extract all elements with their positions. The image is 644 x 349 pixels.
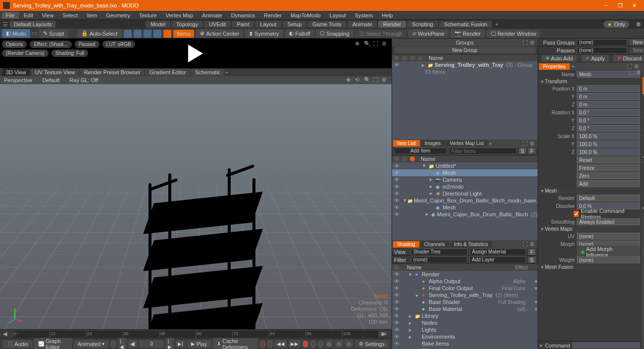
shader-row[interactable]: 👁▸Serving_Trolley_with_Tray(2) (Item) [392, 292, 538, 299]
assign-material-button[interactable]: Assign Material [470, 249, 527, 255]
menu-layout[interactable]: Layout [326, 12, 350, 19]
view-projection[interactable]: Perspective [4, 77, 32, 83]
vp-zoom-icon[interactable]: 🔍 [364, 77, 371, 84]
auto-select-button[interactable]: 🔒 Auto-Select [77, 29, 122, 38]
menu-render[interactable]: Render [260, 12, 286, 19]
preview-paused[interactable]: Paused [75, 41, 99, 48]
passes-dropdown[interactable]: (none) [577, 47, 627, 54]
menu-edit[interactable]: Edit [20, 12, 37, 19]
ecr-checkbox[interactable]: ✔ [574, 211, 579, 217]
shader-row[interactable]: 👁Base Material(all)▾ [392, 305, 538, 312]
k3-icon[interactable]: ◇ [345, 340, 353, 348]
audio-button[interactable]: 🎵 Audio [3, 340, 32, 348]
menu-maptomodo[interactable]: MapToModo [287, 12, 325, 19]
tl-end-icon[interactable]: ▶ [382, 331, 389, 338]
item-row[interactable]: 👁▸m2modo [392, 183, 538, 190]
vp-pan-icon[interactable]: ✥ [346, 77, 353, 84]
props-expand-icon[interactable]: ⛶ [627, 63, 633, 69]
maximize-button[interactable]: ❐ [613, 0, 627, 11]
passes-new-button[interactable]: New [629, 47, 644, 53]
sculpt-mode-button[interactable]: ✎ Sculpt [39, 29, 68, 38]
scl-z-input[interactable]: 100.0 % [577, 149, 640, 155]
view-shade[interactable]: Default [42, 77, 59, 83]
item-row[interactable]: 👁▸Camera [392, 176, 538, 183]
auto-add-button[interactable]: Auto Add [542, 55, 577, 62]
layout-tab-animate[interactable]: Animate [347, 21, 377, 28]
items-gear-icon[interactable]: ⚙ [530, 141, 536, 147]
preview-effect[interactable]: Effect: (Shadi... [30, 41, 71, 48]
vp-gear-icon[interactable]: ⚙ [382, 77, 389, 84]
axis-widget-icon[interactable] [5, 304, 25, 324]
menu-file[interactable]: File [2, 12, 19, 19]
shader-row[interactable]: 👁▸Nodes [392, 319, 538, 326]
rec1-icon[interactable] [260, 341, 265, 348]
action-center-button[interactable]: ⊕ Action Center [196, 29, 243, 38]
shader-row[interactable]: 👁FX [392, 347, 538, 349]
rot-x-input[interactable]: 0.0 ° [577, 109, 640, 116]
shader-row[interactable]: 👁▾Render [392, 271, 538, 278]
select-through-button[interactable]: ◫ Select Through [355, 29, 406, 38]
shade-s-icon[interactable]: S [528, 257, 536, 263]
next-frame-button[interactable]: |▶ [166, 338, 174, 349]
layout-tab-paint[interactable]: Paint [232, 21, 254, 28]
filter-f-icon[interactable]: F [528, 148, 536, 154]
shader-view-dropdown[interactable]: Shader Tree [411, 249, 468, 255]
shader-filter-dropdown[interactable]: (none) [411, 256, 467, 263]
first-frame-button[interactable]: |◀ [118, 338, 126, 349]
last-frame-button[interactable]: ▶| [176, 340, 185, 348]
layout-tab-model[interactable]: Model [146, 21, 170, 28]
items-button[interactable]: Items [173, 30, 195, 38]
menu-view[interactable]: View [38, 12, 58, 19]
reset-button[interactable]: Reset [577, 156, 640, 163]
shader-row[interactable]: 👁▸Library [392, 312, 538, 319]
current-frame[interactable]: 0 [139, 340, 164, 348]
add-layer-dropdown[interactable]: Add Layer [469, 256, 526, 263]
layout-tab-topology[interactable]: Topology [171, 21, 203, 28]
opts-icon[interactable]: ⚙ [382, 41, 389, 48]
apply-button[interactable]: Apply [582, 55, 609, 62]
shader-row[interactable]: 👁Alpha OutputAlpha▾ [392, 278, 538, 285]
pos-z-input[interactable]: 0 m [577, 101, 640, 108]
discard-button[interactable]: Discard [613, 55, 644, 62]
falloff-button[interactable]: ◐ Falloff [285, 29, 314, 38]
weight-dropdown[interactable]: (none) [577, 256, 640, 263]
workplane-button[interactable]: ▱ WorkPlane [408, 29, 448, 38]
graph-editor-button[interactable]: 📈 Graph Editor [34, 337, 72, 349]
render-window-button[interactable]: 🖵 Render Window [487, 30, 540, 38]
items-expand-icon[interactable]: ⛶ [522, 141, 528, 147]
item-row[interactable]: 👁▾Untitled* [392, 162, 538, 169]
c1-icon[interactable] [310, 341, 316, 348]
shader-row[interactable]: 👁Final Color OutputFinal Color▾ [392, 285, 538, 292]
tl-settings-button[interactable]: ⚙ Settings [355, 340, 389, 348]
properties-tab[interactable]: Properties [539, 63, 570, 70]
item-row[interactable]: 👁▸Directional Light [392, 190, 538, 197]
shader-row[interactable]: 👁▸Lights [392, 326, 538, 333]
item-row[interactable]: 👁▸Meinl_Cajon_Box_Drum_Baltic_Birch(2) [392, 211, 538, 218]
preview-shading[interactable]: Shading: Full [51, 50, 88, 57]
key-next-icon[interactable]: ▶▶ [289, 340, 300, 348]
scl-x-input[interactable]: 100.0 % [577, 133, 640, 140]
sel-edge-icon[interactable] [134, 30, 142, 38]
view-tab-schematic[interactable]: Schematic [191, 69, 224, 76]
groups-tree[interactable]: 👁 ▸ Serving_Trolley_with_Tray(3) : Group… [392, 61, 538, 140]
view-tab-gradient-editor[interactable]: Gradient Editor [146, 69, 190, 76]
menu-vertex-map[interactable]: Vertex Map [162, 12, 198, 19]
sel-item-icon[interactable] [163, 30, 171, 38]
add-view-tab-icon[interactable]: + [225, 69, 228, 75]
prev-frame-button[interactable]: ◀| [128, 340, 138, 348]
add-button[interactable]: Add [577, 180, 640, 187]
props-gear-icon[interactable]: ⚙ [634, 63, 640, 69]
view-tab-3d-view[interactable]: 3D View [2, 69, 30, 76]
menu-system[interactable]: System [351, 12, 377, 19]
preview-options[interactable]: Options [2, 41, 27, 48]
shader-row[interactable]: 👁Bake Items [392, 340, 538, 347]
rec2-icon[interactable] [267, 341, 273, 348]
menu-help[interactable]: Help [378, 12, 397, 19]
menu-item[interactable]: Item [83, 12, 101, 19]
add-item-dropdown[interactable]: Add Item [394, 148, 447, 154]
key-prev-icon[interactable]: ◀◀ [275, 340, 287, 348]
menu-animate[interactable]: Animate [198, 12, 226, 19]
snapping-button[interactable]: ⬡ Snapping [316, 29, 353, 38]
menu-geometry[interactable]: Geometry [102, 12, 134, 19]
item-row[interactable]: 👁▾Meinl_Cajon_Box_Drum_Baltic_Birch_modo… [392, 197, 538, 204]
